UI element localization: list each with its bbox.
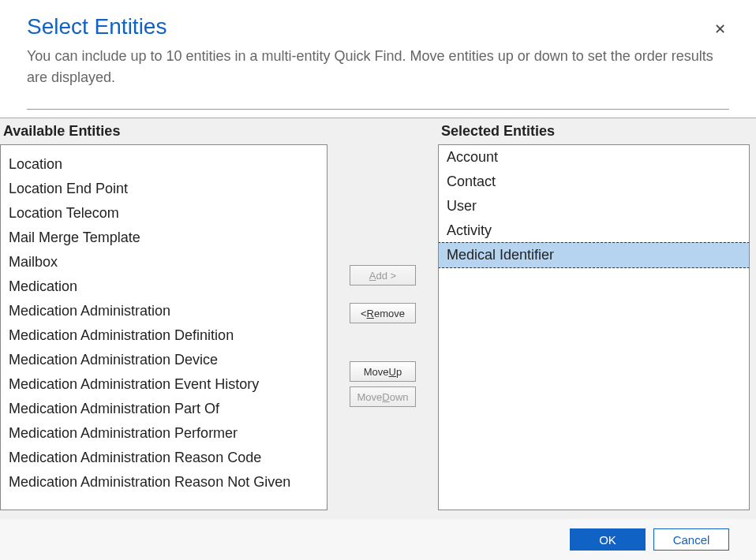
list-item[interactable]: Medication Administration Reason Code [1,446,327,470]
remove-button[interactable]: < Remove [350,303,416,323]
list-item[interactable]: Mailbox [1,250,327,274]
available-entities-label: Available Entities [0,118,327,144]
ok-button[interactable]: OK [570,528,646,551]
header-divider [27,109,729,110]
dialog-title: Select Entities [27,14,729,39]
list-item[interactable]: Activity [439,218,749,243]
dialog-subtitle: You can include up to 10 entities in a m… [27,46,729,88]
list-item[interactable]: Link [1,144,327,152]
list-item[interactable]: Medication Administration Performer [1,421,327,446]
list-item[interactable]: Location Telecom [1,201,327,226]
list-item[interactable]: Medication Administration Definition [1,323,327,348]
list-item[interactable]: Mail Merge Template [1,226,327,250]
list-item[interactable]: Medication Administration Reason Not Giv… [1,470,327,495]
list-item[interactable]: Location End Point [1,177,327,201]
move-up-button[interactable]: Move Up [350,361,416,382]
list-item[interactable]: Location [1,152,327,177]
list-item[interactable]: Medical Identifier [438,242,750,268]
close-icon[interactable]: ✕ [714,22,726,36]
add-button[interactable]: Add > [350,265,416,286]
available-entities-listbox[interactable]: LinkLocationLocation End PointLocation T… [0,144,327,510]
list-item[interactable]: Medication Administration [1,299,327,323]
list-item[interactable]: Medication Administration Part Of [1,397,327,421]
selected-entities-listbox[interactable]: AccountContactUserActivityMedical Identi… [438,144,750,510]
cancel-button[interactable]: Cancel [653,528,729,551]
list-item[interactable]: Contact [439,170,749,194]
list-item[interactable]: Medication Administration Device [1,348,327,372]
list-item[interactable]: Medication Administration Event History [1,372,327,397]
list-item[interactable]: Account [439,145,749,170]
list-item[interactable]: Medication [1,274,327,299]
list-item[interactable]: User [439,194,749,218]
move-down-button[interactable]: Move Down [350,386,416,407]
selected-entities-label: Selected Entities [438,118,750,144]
